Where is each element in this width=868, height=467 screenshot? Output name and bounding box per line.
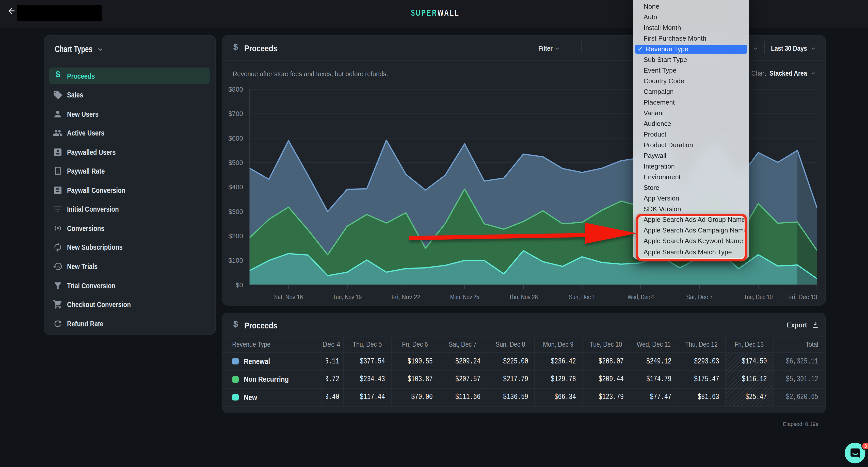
svg-text:$800: $800 <box>228 86 243 93</box>
svg-text:Sat, Nov 16: Sat, Nov 16 <box>274 293 303 301</box>
svg-text:Sun, Dec 1: Sun, Dec 1 <box>568 293 595 301</box>
svg-text:$500: $500 <box>228 159 243 166</box>
svg-text:$600: $600 <box>228 135 243 142</box>
svg-text:$400: $400 <box>228 183 243 191</box>
svg-text:Thu, Nov 28: Thu, Nov 28 <box>509 293 537 301</box>
svg-text:Fri, Nov 22: Fri, Nov 22 <box>391 293 420 301</box>
svg-text:3: 3 <box>864 443 867 449</box>
svg-text:Mon, Nov 25: Mon, Nov 25 <box>450 293 479 301</box>
svg-text:$200: $200 <box>228 232 243 240</box>
svg-text:$700: $700 <box>228 110 243 118</box>
svg-text:Wed, Dec 4: Wed, Dec 4 <box>627 293 654 301</box>
svg-text:Fri, Dec 13: Fri, Dec 13 <box>788 293 817 301</box>
svg-text:Sat, Dec 7: Sat, Dec 7 <box>686 293 713 301</box>
svg-text:$0: $0 <box>236 281 243 289</box>
svg-text:$300: $300 <box>228 208 243 215</box>
svg-text:Tue, Dec 10: Tue, Dec 10 <box>744 293 773 301</box>
svg-text:Tue, Nov 19: Tue, Nov 19 <box>333 293 361 301</box>
svg-text:$100: $100 <box>228 257 243 264</box>
